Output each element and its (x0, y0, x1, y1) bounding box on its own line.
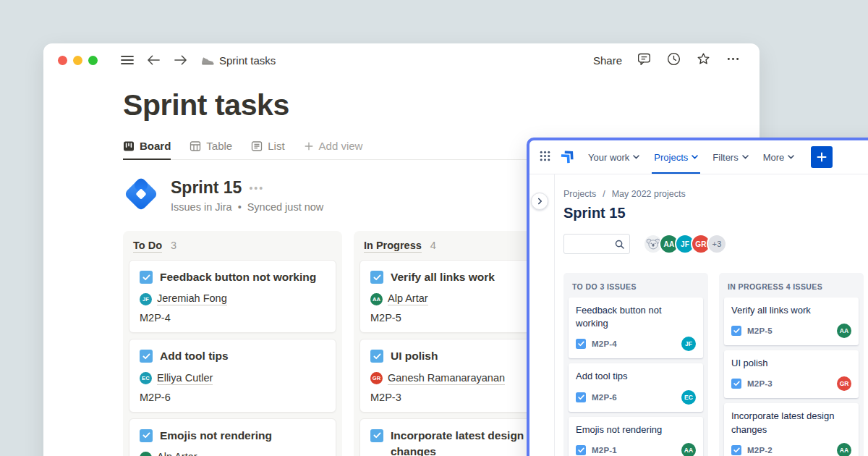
page-title: Sprint tasks (123, 88, 760, 122)
nav-your-work[interactable]: Your work (586, 140, 642, 174)
breadcrumb-projects[interactable]: Projects (563, 189, 596, 199)
card-title: Feedback button not working (576, 304, 696, 330)
assignee-name[interactable]: Elliya Cutler (157, 372, 213, 385)
task-checkbox-icon (576, 445, 586, 455)
assignee-avatar: AA (140, 452, 152, 456)
sneaker-page-icon (200, 53, 215, 67)
jira-sidebar-rail (529, 174, 555, 456)
assignee-avatar[interactable]: AA (681, 443, 696, 456)
jira-logo-icon[interactable] (561, 148, 576, 166)
card-title: Emojis not rendering (160, 428, 272, 444)
titlebar-page-title: Sprint tasks (219, 54, 276, 67)
app-switcher-icon[interactable] (540, 151, 550, 164)
assignee-avatar: EC (140, 372, 152, 384)
tab-list[interactable]: List (251, 140, 284, 160)
card-issue-id: M2P-6 (140, 392, 326, 403)
card-title: Add tool tips (576, 370, 696, 383)
board-toolbar: AA JF GR +3 (563, 234, 868, 254)
assignee-avatar[interactable]: EC (681, 390, 696, 405)
column-count: 4 (430, 240, 436, 251)
card-issue-id: M2P-6 (592, 393, 617, 402)
jira-card[interactable]: UI polish M2P-3 GR (724, 350, 859, 398)
notion-card[interactable]: Feedback button not working JF Jeremiah … (129, 260, 336, 333)
card-title: Verify all links work (731, 304, 851, 317)
jira-card[interactable]: Feedback button not working M2P-4 JF (569, 297, 703, 358)
avatar-overflow-count[interactable]: +3 (707, 234, 727, 254)
notion-titlebar: Sprint tasks Share (43, 43, 760, 77)
jira-column-in-progress: IN PROGRESS 4 ISSUES Verify all links wo… (719, 273, 864, 456)
tab-board[interactable]: Board (123, 140, 171, 160)
board-column-todo: To Do 3 Feedback button not working JF J… (123, 231, 342, 456)
forward-arrow-icon[interactable] (174, 54, 187, 66)
comments-icon[interactable] (637, 51, 652, 69)
zoom-button[interactable] (88, 56, 98, 65)
jira-diamond-icon (123, 176, 159, 215)
column-header: IN PROGRESS 4 ISSUES (719, 273, 864, 297)
assignee-name[interactable]: Ganesh Ramanarayanan (388, 372, 505, 385)
share-button[interactable]: Share (593, 54, 622, 67)
jira-card[interactable]: Emojis not rendering M2P-1 AA (569, 417, 703, 456)
database-options-icon[interactable]: ••• (249, 182, 264, 194)
checkbox-icon[interactable] (140, 350, 153, 363)
assignee-avatar[interactable]: AA (837, 324, 851, 338)
people-bar: AA JF GR +3 (643, 234, 727, 254)
breadcrumb-board[interactable]: May 2022 projects (612, 189, 686, 199)
jira-board: TO DO 3 ISSUES Feedback button not worki… (563, 273, 868, 456)
column-count: 3 (171, 240, 176, 251)
back-arrow-icon[interactable] (147, 54, 161, 66)
assignee-avatar[interactable]: AA (837, 443, 851, 456)
nav-projects[interactable]: Projects (652, 140, 700, 174)
assignee-avatar[interactable]: GR (837, 376, 851, 391)
database-source: Issues in Jira (171, 201, 232, 213)
jira-column-todo: TO DO 3 ISSUES Feedback button not worki… (563, 273, 708, 456)
more-options-icon[interactable] (726, 51, 741, 69)
assignee-name[interactable]: Alp Artar (388, 292, 428, 305)
notion-card[interactable]: Add tool tips EC Elliya Cutler M2P-6 (129, 339, 336, 412)
card-issue-id: M2P-4 (140, 312, 326, 324)
task-checkbox-icon (576, 392, 586, 402)
updates-clock-icon[interactable] (666, 51, 681, 69)
jira-card[interactable]: Add tool tips M2P-6 EC (569, 363, 703, 411)
close-button[interactable] (58, 56, 67, 65)
favorite-star-icon[interactable] (696, 51, 711, 69)
column-name[interactable]: In Progress (364, 240, 422, 253)
assignee-name[interactable]: Alp Artar (157, 451, 197, 456)
jira-window: Your work Projects Filters More Projects (527, 138, 868, 456)
breadcrumb: Projects / May 2022 projects (563, 189, 868, 199)
minimize-button[interactable] (73, 56, 82, 65)
column-header: TO DO 3 ISSUES (563, 273, 708, 297)
board-search-input[interactable] (563, 234, 630, 254)
task-checkbox-icon (576, 339, 586, 349)
checkbox-icon[interactable] (140, 271, 153, 284)
task-checkbox-icon (731, 326, 741, 336)
sidebar-menu-icon[interactable] (121, 55, 134, 65)
checkbox-icon[interactable] (370, 429, 383, 442)
checkbox-icon[interactable] (370, 271, 383, 284)
assignee-avatar: JF (140, 293, 152, 305)
create-button[interactable] (811, 146, 833, 168)
checkbox-icon[interactable] (370, 350, 383, 363)
task-checkbox-icon (731, 445, 741, 455)
subtitle-separator: • (238, 201, 242, 213)
assignee-avatar[interactable]: JF (681, 337, 696, 351)
checkbox-icon[interactable] (140, 429, 153, 442)
assignee-avatar: AA (370, 293, 383, 305)
card-title: UI polish (391, 348, 438, 364)
nav-more[interactable]: More (761, 140, 797, 174)
card-issue-id: M2P-5 (747, 326, 773, 335)
tab-table[interactable]: Table (190, 140, 232, 160)
card-title: Emojis not rendering (576, 423, 696, 436)
nav-filters[interactable]: Filters (710, 140, 750, 174)
column-name[interactable]: To Do (133, 240, 162, 253)
jira-card[interactable]: Incorporate latest design changes M2P-2 … (724, 403, 859, 456)
jira-card[interactable]: Verify all links work M2P-5 AA (724, 297, 859, 345)
assignee-avatar: GR (370, 372, 383, 384)
notion-card[interactable]: Emojis not rendering AA Alp Artar (129, 418, 336, 456)
expand-sidebar-button[interactable] (531, 193, 548, 210)
card-issue-id: M2P-2 (747, 446, 773, 455)
database-subtitle: Issues in Jira • Synced just now (171, 201, 323, 213)
add-view-button[interactable]: Add view (304, 140, 363, 160)
database-title[interactable]: Sprint 15 (171, 178, 242, 198)
card-issue-id: M2P-3 (747, 379, 773, 388)
assignee-name[interactable]: Jeremiah Fong (157, 292, 227, 305)
